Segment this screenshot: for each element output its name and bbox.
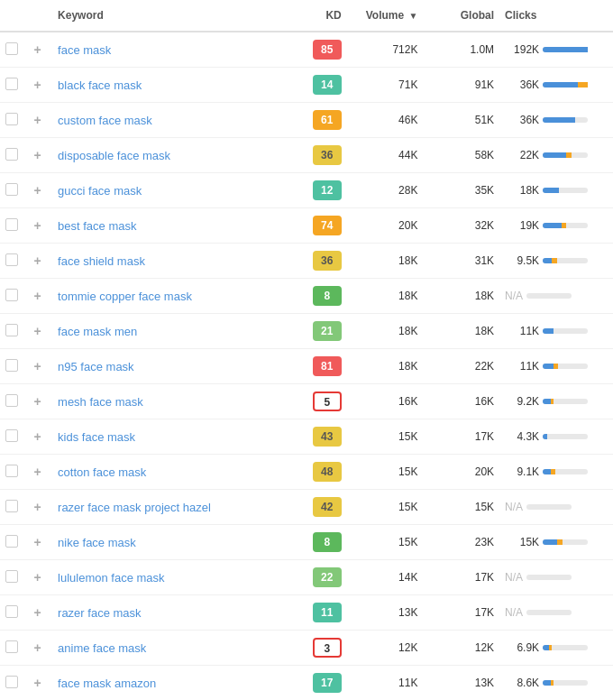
clicks-bar <box>543 645 588 650</box>
header-check <box>0 0 28 32</box>
clicks-bar-blue <box>543 364 554 369</box>
clicks-cell: 19K <box>499 208 613 244</box>
clicks-cell: 11K <box>499 349 613 384</box>
keyword-link[interactable]: gucci face mask <box>58 184 142 198</box>
keyword-link[interactable]: best face mask <box>58 219 136 233</box>
add-keyword-button[interactable]: + <box>33 218 41 233</box>
keyword-link[interactable]: black face mask <box>58 78 142 92</box>
clicks-cell: 11K <box>499 314 613 349</box>
add-keyword-button[interactable]: + <box>33 570 41 585</box>
row-checkbox[interactable] <box>5 500 18 512</box>
row-checkbox[interactable] <box>5 183 18 196</box>
row-checkbox[interactable] <box>5 218 18 231</box>
keyword-link[interactable]: razer face mask <box>58 606 141 620</box>
keyword-link[interactable]: n95 face mask <box>58 360 134 373</box>
add-keyword-button[interactable]: + <box>33 148 41 162</box>
add-keyword-button[interactable]: + <box>33 535 41 549</box>
table-row: +face mask amazon1711K13K8.6K <box>0 666 613 701</box>
row-checkbox[interactable] <box>5 535 18 548</box>
add-keyword-button[interactable]: + <box>33 465 41 479</box>
add-keyword-button[interactable]: + <box>33 394 41 409</box>
clicks-value: N/A <box>505 290 523 302</box>
header-global[interactable]: Global <box>423 0 499 32</box>
add-keyword-button[interactable]: + <box>33 500 41 514</box>
keyword-link[interactable]: face mask amazon <box>58 677 156 690</box>
clicks-value: 9.1K <box>505 465 539 478</box>
add-keyword-button[interactable]: + <box>33 640 41 655</box>
row-checkbox[interactable] <box>5 676 18 688</box>
header-clicks[interactable]: Clicks <box>499 0 613 32</box>
keyword-link[interactable]: custom face mask <box>58 114 152 127</box>
row-checkbox[interactable] <box>5 42 18 55</box>
add-keyword-button[interactable]: + <box>33 324 41 338</box>
global-cell: 13K <box>423 666 499 701</box>
row-checkbox[interactable] <box>5 113 18 125</box>
global-cell: 32K <box>423 208 499 244</box>
global-cell: 17K <box>423 595 499 631</box>
add-keyword-button[interactable]: + <box>33 78 41 92</box>
row-checkbox[interactable] <box>5 78 18 90</box>
keyword-link[interactable]: lululemon face mask <box>58 571 165 585</box>
row-checkbox[interactable] <box>5 289 18 301</box>
kd-badge: 43 <box>313 427 342 447</box>
clicks-cell: N/A <box>499 595 613 631</box>
add-keyword-button[interactable]: + <box>33 429 41 444</box>
table-row: +razer face mask project hazel4215K15KN/… <box>0 490 613 525</box>
clicks-bar-yellow <box>566 152 572 158</box>
clicks-value: 22K <box>505 149 539 161</box>
row-checkbox[interactable] <box>5 253 18 266</box>
clicks-value: 36K <box>505 114 539 126</box>
clicks-bar-blue <box>543 152 566 158</box>
add-keyword-button[interactable]: + <box>33 113 41 127</box>
add-keyword-button[interactable]: + <box>33 42 41 57</box>
add-keyword-button[interactable]: + <box>33 605 41 620</box>
clicks-bar-blue <box>543 645 549 650</box>
global-cell: 20K <box>423 455 499 490</box>
keyword-link[interactable]: face shield mask <box>58 254 145 268</box>
keyword-link[interactable]: nike face mask <box>58 536 136 549</box>
add-keyword-button[interactable]: + <box>33 183 41 198</box>
clicks-bar <box>526 293 572 299</box>
row-checkbox[interactable] <box>5 394 18 407</box>
clicks-cell: 9.2K <box>499 384 613 419</box>
row-checkbox[interactable] <box>5 429 18 442</box>
keyword-link[interactable]: face mask men <box>58 325 137 338</box>
clicks-bar <box>526 610 572 615</box>
keyword-link[interactable]: razer face mask project hazel <box>58 501 211 514</box>
keyword-link[interactable]: kids face mask <box>58 430 135 444</box>
clicks-bar <box>543 539 588 545</box>
row-checkbox[interactable] <box>5 324 18 336</box>
keyword-link[interactable]: mesh face mask <box>58 395 143 409</box>
add-keyword-button[interactable]: + <box>33 289 41 303</box>
keyword-link[interactable]: tommie copper face mask <box>58 290 192 303</box>
keyword-link[interactable]: anime face mask <box>58 641 146 655</box>
clicks-bar <box>526 575 572 580</box>
row-checkbox[interactable] <box>5 465 18 477</box>
add-keyword-button[interactable]: + <box>33 253 41 268</box>
clicks-bar <box>543 188 588 193</box>
volume-cell: 18K <box>347 314 424 349</box>
row-checkbox[interactable] <box>5 640 18 653</box>
add-keyword-button[interactable]: + <box>33 359 41 373</box>
row-checkbox[interactable] <box>5 148 18 161</box>
keyword-link[interactable]: cotton face mask <box>58 465 146 479</box>
clicks-cell: 36K <box>499 68 613 103</box>
row-checkbox[interactable] <box>5 605 18 618</box>
header-keyword[interactable]: Keyword <box>52 0 281 32</box>
keyword-link[interactable]: face mask <box>58 43 111 57</box>
add-keyword-button[interactable]: + <box>33 676 41 690</box>
keyword-link[interactable]: disposable face mask <box>58 149 170 162</box>
clicks-cell: N/A <box>499 490 613 525</box>
header-kd[interactable]: KD <box>281 0 347 32</box>
clicks-cell: N/A <box>499 279 613 314</box>
clicks-bar <box>543 469 588 474</box>
row-checkbox[interactable] <box>5 359 18 372</box>
clicks-value: N/A <box>505 501 523 513</box>
clicks-value: 36K <box>505 78 539 91</box>
header-volume[interactable]: Volume ▼ <box>347 0 424 32</box>
global-cell: 12K <box>423 631 499 666</box>
row-checkbox[interactable] <box>5 570 18 583</box>
volume-cell: 28K <box>347 173 424 208</box>
global-cell: 18K <box>423 279 499 314</box>
kd-badge: 8 <box>313 532 342 552</box>
